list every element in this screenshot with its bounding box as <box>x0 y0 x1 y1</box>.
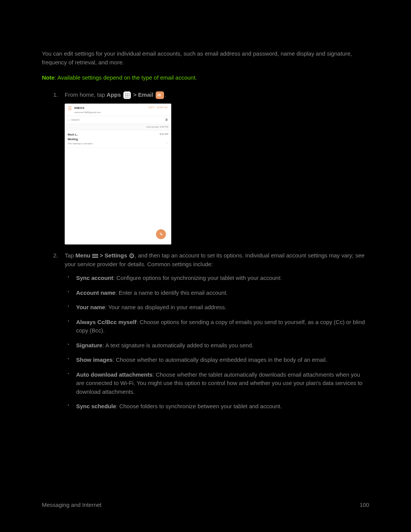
compose-fab: ✎ <box>156 229 166 239</box>
inbox-title: INBOX <box>74 106 147 110</box>
message-subject: Meeting <box>68 137 168 142</box>
email-icon <box>156 91 164 99</box>
bullet-text: : Choose folders to synchronize between … <box>116 403 282 409</box>
bullet-label: Your name <box>76 304 105 310</box>
bullet-sync-account: Sync account: Configure options for sync… <box>65 274 369 283</box>
bullet-account-name: Account name: Enter a name to identify t… <box>65 289 369 297</box>
message-time: 8:41 PM <box>160 133 168 136</box>
note-text: : Available settings depend on the type … <box>54 74 197 81</box>
bullet-text: : Configure options for synchronizing yo… <box>113 275 282 281</box>
apps-icon <box>123 91 131 99</box>
bullet-cc-bcc: Always Cc/Bcc myself: Choose options for… <box>65 318 369 335</box>
search-placeholder: Search <box>71 118 80 122</box>
bullet-your-name: Your name: Your name as displayed in you… <box>65 303 369 312</box>
bullet-label: Show images <box>76 356 113 363</box>
step-number: 1. <box>53 91 58 99</box>
menu-label: Menu <box>75 252 90 259</box>
bullet-sync-schedule: Sync schedule: Choose folders to synchro… <box>65 402 369 411</box>
gear-icon: ⚙ <box>129 252 135 259</box>
star-icon: ☆ <box>166 141 168 145</box>
step-2: 2. Tap Menu > Settings ⚙, and then tap a… <box>42 251 369 411</box>
bullet-signature: Signature: A text signature is automatic… <box>65 341 369 350</box>
email-label: Email <box>138 91 153 98</box>
search-row: ⌕ Search 🎤︎ <box>65 116 171 124</box>
note-line: Note: Available settings depend on the t… <box>42 73 369 82</box>
settings-label: Settings <box>105 252 127 259</box>
step-1: 1. From home, tap Apps > Email . ☰ INBOX… <box>42 91 369 245</box>
last-sync-row: Last synced: 8:40 PM <box>65 124 171 130</box>
apps-label: Apps <box>107 91 121 98</box>
gt-separator: > <box>133 91 138 98</box>
step1-text-prefix: From home, tap <box>65 91 107 98</box>
intro-paragraph: You can edit settings for your individua… <box>42 50 369 67</box>
email-app-screenshot: ☰ INBOX mahume1398@gmail.com EDITSORT BY… <box>65 104 171 244</box>
gt-separator: > <box>100 252 105 259</box>
bullet-label: Sync schedule <box>76 403 116 409</box>
step2-prefix: Tap <box>65 252 75 259</box>
settings-bullets: Sync account: Configure options for sync… <box>65 274 369 411</box>
bullet-label: Sync account <box>76 275 113 281</box>
hamburger-icon: ☰ <box>68 106 72 111</box>
bullet-text: : Your name as displayed in your email a… <box>105 304 226 310</box>
screenshot-header: ☰ INBOX mahume1398@gmail.com EDITSORT BY <box>65 104 171 116</box>
search-icon: ⌕ <box>68 118 70 122</box>
bullet-text: : A text signature is automatically adde… <box>102 342 253 348</box>
bullet-label: Auto download attachments <box>76 371 153 378</box>
message-row: Rich L. Meeting The meeting is canceled.… <box>65 130 171 148</box>
bullet-label: Signature <box>76 342 102 348</box>
footer-page-number: 100 <box>360 501 369 510</box>
inbox-column: INBOX mahume1398@gmail.com <box>74 106 147 114</box>
step1-suffix: . <box>165 91 166 98</box>
bullet-auto-download: Auto download attachments: Choose whethe… <box>65 371 369 396</box>
bullet-label: Always Cc/Bcc myself <box>76 319 136 325</box>
bullet-show-images: Show images: Choose whether to automatic… <box>65 356 369 364</box>
footer-section: Messaging and Internet <box>42 501 102 510</box>
steps-list: 1. From home, tap Apps > Email . ☰ INBOX… <box>42 91 369 411</box>
header-actions: EDITSORT BY <box>147 106 168 109</box>
bullet-text: : Enter a name to identify this email ac… <box>115 289 228 296</box>
edit-action: EDIT <box>149 106 155 109</box>
message-from: Rich L. <box>68 133 168 137</box>
bullet-text: : Choose whether to automatically displa… <box>113 356 327 363</box>
message-preview: The meeting is canceled. <box>68 142 168 145</box>
note-label: Note <box>42 74 54 81</box>
inbox-account: mahume1398@gmail.com <box>74 111 147 114</box>
step-number: 2. <box>53 251 58 260</box>
page-footer: Messaging and Internet 100 <box>42 501 369 510</box>
menu-icon <box>92 253 98 259</box>
sortby-action: SORT BY <box>157 106 168 109</box>
mic-icon: 🎤︎ <box>165 118 168 122</box>
bullet-label: Account name <box>76 289 115 296</box>
